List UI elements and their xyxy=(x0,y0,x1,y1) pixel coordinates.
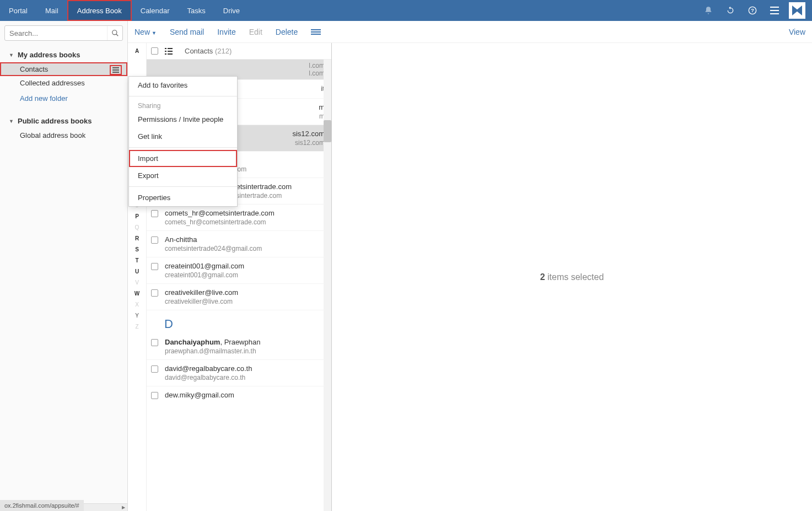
caret-down-icon: ▼ xyxy=(9,52,14,58)
alpha-letter[interactable]: T xyxy=(135,255,138,266)
add-folder-link[interactable]: Add new folder xyxy=(0,90,127,107)
alpha-letter[interactable]: A xyxy=(135,45,139,56)
contact-item[interactable]: comets_hr@cometsintertrade.com comets_hr… xyxy=(147,205,331,231)
contact-checkbox[interactable] xyxy=(151,392,158,399)
contact-item[interactable]: creativekiller@live.com creativekiller@l… xyxy=(147,284,331,310)
list-view-icon[interactable] xyxy=(165,48,174,55)
contact-name: comets_hr@cometsintertrade.com xyxy=(165,209,325,217)
menu-properties[interactable]: Properties xyxy=(129,189,237,206)
folder-collected-addresses[interactable]: Collected addresses xyxy=(0,76,127,90)
folder-label: Collected addresses xyxy=(20,79,85,87)
svg-point-5 xyxy=(112,30,116,35)
view-button[interactable]: View xyxy=(789,28,805,36)
contact-item[interactable]: dew.miky@gmail.com xyxy=(147,386,331,405)
alpha-letter[interactable]: Q xyxy=(135,222,139,233)
folder-label: Contacts xyxy=(20,65,48,73)
alpha-letter[interactable]: U xyxy=(135,266,139,277)
alpha-letter[interactable]: V xyxy=(135,277,139,288)
menu-separator xyxy=(129,186,237,187)
refresh-icon[interactable] xyxy=(720,1,740,20)
contact-checkbox[interactable] xyxy=(151,289,158,297)
bell-icon[interactable] xyxy=(698,1,718,20)
menu-get-link[interactable]: Get link xyxy=(129,128,237,145)
search-icon[interactable] xyxy=(107,26,122,40)
menu-export[interactable]: Export xyxy=(129,167,237,184)
svg-rect-3 xyxy=(770,10,779,11)
contact-checkbox[interactable] xyxy=(151,365,158,373)
invite-button[interactable]: Invite xyxy=(217,28,235,36)
alpha-letter[interactable]: R xyxy=(135,233,139,244)
contact-email: cometsintertrade024@gmail.com xyxy=(165,245,325,252)
send-mail-button[interactable]: Send mail xyxy=(170,28,204,36)
help-icon[interactable]: ? xyxy=(743,1,762,20)
contact-item[interactable]: david@regalbabycare.co.th david@regalbab… xyxy=(147,360,331,386)
svg-rect-10 xyxy=(168,51,173,52)
svg-rect-9 xyxy=(165,51,166,52)
contact-name: createint001@gmail.com xyxy=(165,262,325,270)
nav-tasks[interactable]: Tasks xyxy=(179,0,214,21)
svg-rect-2 xyxy=(770,7,779,8)
select-all-checkbox[interactable] xyxy=(151,47,158,55)
contact-item[interactable]: createint001@gmail.com createint001@gmai… xyxy=(147,257,331,284)
contact-scrollbar[interactable] xyxy=(324,60,331,511)
scroll-right-icon[interactable]: ▶ xyxy=(120,504,127,512)
contact-email: praewphan.d@mailmaster.in.th xyxy=(165,347,325,355)
contact-name: david@regalbabycare.co.th xyxy=(165,364,325,373)
menu-section-sharing: Sharing xyxy=(129,99,237,111)
folder-tree: ▼ My address books Contacts Collected ad… xyxy=(0,45,127,503)
svg-rect-12 xyxy=(168,53,173,55)
search-container xyxy=(0,21,127,45)
contact-list-header: Contacts (212) xyxy=(147,43,331,60)
svg-rect-7 xyxy=(165,48,166,49)
more-actions-icon[interactable] xyxy=(311,29,321,35)
folder-actions-icon[interactable] xyxy=(110,65,122,75)
sidebar: ▼ My address books Contacts Collected ad… xyxy=(0,21,128,511)
menu-import[interactable]: Import xyxy=(129,150,237,167)
caret-down-icon: ▼ xyxy=(9,119,14,124)
contact-checkbox[interactable] xyxy=(151,263,158,270)
contact-email: david@regalbabycare.co.th xyxy=(165,374,325,381)
nav-portal[interactable]: Portal xyxy=(0,0,36,21)
new-button[interactable]: New▼ xyxy=(135,28,157,36)
section-my-address-books[interactable]: ▼ My address books xyxy=(0,47,127,62)
nav-address-book[interactable]: Address Book xyxy=(67,0,132,21)
alpha-letter[interactable]: X xyxy=(135,299,139,310)
main-area: ▼ My address books Contacts Collected ad… xyxy=(0,21,812,511)
alpha-letter[interactable]: P xyxy=(135,211,139,222)
alpha-letter[interactable]: Y xyxy=(135,310,139,321)
menu-add-to-favorites[interactable]: Add to favorites xyxy=(129,77,237,94)
contact-name: Danchaiyaphum, Praewphan xyxy=(165,338,325,346)
app-logo xyxy=(789,2,805,19)
topnav-right: ? xyxy=(698,1,812,20)
delete-button[interactable]: Delete xyxy=(276,28,298,36)
alpha-letter[interactable]: Z xyxy=(135,321,138,332)
topnav-left: Portal Mail Address Book Calendar Tasks … xyxy=(0,0,249,21)
contact-checkbox[interactable] xyxy=(151,236,158,244)
contact-checkbox[interactable] xyxy=(151,339,158,346)
menu-permissions[interactable]: Permissions / Invite people xyxy=(129,111,237,128)
menu-icon[interactable] xyxy=(765,1,784,20)
alpha-letter[interactable]: W xyxy=(135,288,139,299)
nav-mail[interactable]: Mail xyxy=(36,0,67,21)
folder-global-address-book[interactable]: Global address book xyxy=(0,128,127,142)
svg-text:?: ? xyxy=(751,8,754,13)
nav-calendar[interactable]: Calendar xyxy=(132,0,179,21)
alpha-letter[interactable]: S xyxy=(135,244,139,255)
section-title: Public address books xyxy=(18,117,92,125)
search-input[interactable] xyxy=(5,29,107,37)
folder-label: Global address book xyxy=(20,131,85,139)
contact-item[interactable]: An-chittha cometsintertrade024@gmail.com xyxy=(147,231,331,257)
contact-email: createint001@gmail.com xyxy=(165,271,325,279)
scrollbar-thumb[interactable] xyxy=(324,120,331,142)
top-navbar: Portal Mail Address Book Calendar Tasks … xyxy=(0,0,812,21)
contact-item[interactable]: Danchaiyaphum, Praewphan praewphan.d@mai… xyxy=(147,334,331,360)
menu-separator xyxy=(129,147,237,148)
folder-contacts[interactable]: Contacts xyxy=(0,62,127,76)
contact-checkbox[interactable] xyxy=(151,210,158,217)
nav-drive[interactable]: Drive xyxy=(214,0,249,21)
detail-pane: 2 items selected xyxy=(332,43,812,511)
search-box[interactable] xyxy=(4,25,123,41)
section-public-address-books[interactable]: ▼ Public address books xyxy=(0,114,127,128)
contact-email: creativekiller@live.com xyxy=(165,298,325,305)
selection-text: items selected xyxy=(545,272,604,282)
